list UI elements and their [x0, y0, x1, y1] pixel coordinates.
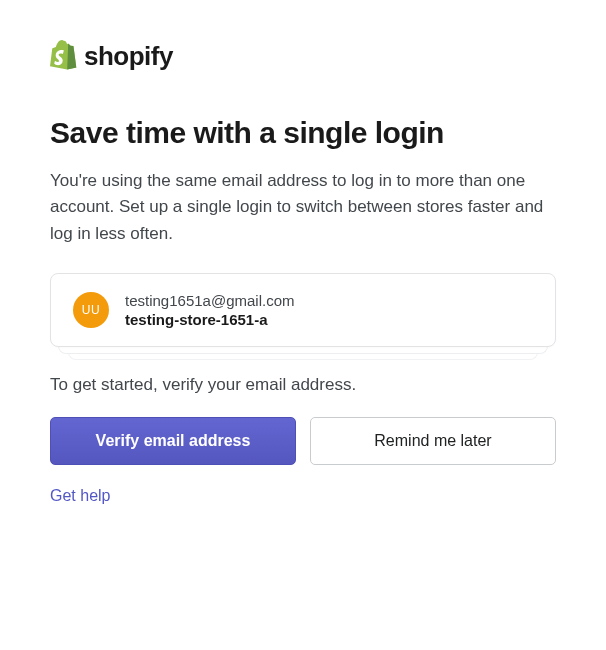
avatar: UU: [73, 292, 109, 328]
page-description: You're using the same email address to l…: [50, 168, 556, 247]
verify-email-button[interactable]: Verify email address: [50, 417, 296, 465]
account-card-stack: UU testing1651a@gmail.com testing-store-…: [50, 273, 556, 347]
account-store-name: testing-store-1651-a: [125, 311, 294, 328]
account-email: testing1651a@gmail.com: [125, 292, 294, 309]
brand-name: shopify: [84, 41, 173, 72]
account-card[interactable]: UU testing1651a@gmail.com testing-store-…: [50, 273, 556, 347]
account-info: testing1651a@gmail.com testing-store-165…: [125, 292, 294, 328]
instruction-text: To get started, verify your email addres…: [50, 375, 556, 395]
page-heading: Save time with a single login: [50, 116, 556, 150]
button-row: Verify email address Remind me later: [50, 417, 556, 465]
remind-later-button[interactable]: Remind me later: [310, 417, 556, 465]
brand-logo: shopify: [50, 40, 556, 72]
get-help-link[interactable]: Get help: [50, 487, 110, 505]
shopify-bag-icon: [50, 40, 78, 72]
